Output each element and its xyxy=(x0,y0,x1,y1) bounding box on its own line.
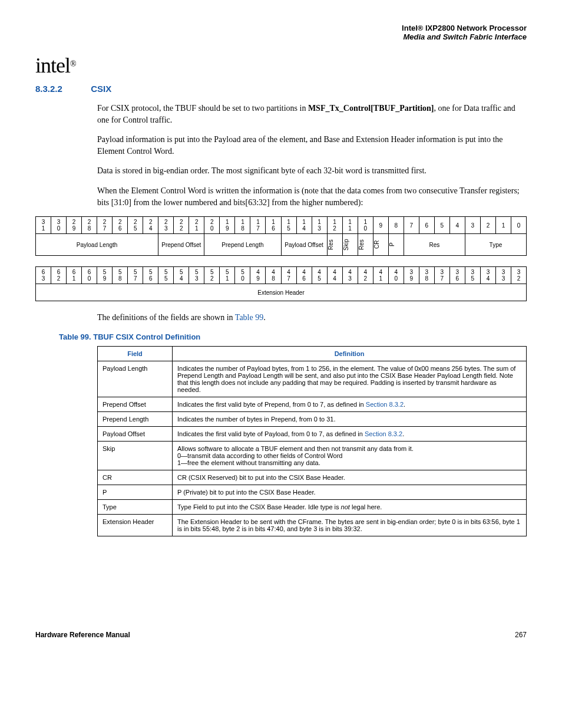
body-text: For CSIX protocol, the TBUF should be se… xyxy=(97,103,527,208)
definition-cell: CR (CSIX Reserved) bit to put into the C… xyxy=(173,470,527,485)
bit-cell: 1 xyxy=(495,217,511,234)
bit-cell: 22 xyxy=(174,217,189,234)
field-cell: CR xyxy=(98,470,173,485)
section-heading: 8.3.2.2 CSIX xyxy=(35,84,527,94)
page-footer: Hardware Reference Manual 267 xyxy=(35,631,527,639)
body-text-2: The definitions of the fields are shown … xyxy=(97,312,527,324)
bit-cell: 26 xyxy=(113,217,128,234)
bit-cell: 45 xyxy=(312,267,327,284)
bit-cell: 39 xyxy=(404,267,419,284)
bit-cell: 4 xyxy=(449,217,465,234)
bit-table-2: 6362616059585756555453525150494847464544… xyxy=(35,266,527,301)
bit-cell: 19 xyxy=(220,217,235,234)
section-link[interactable]: Section 8.3.2 xyxy=(365,430,402,437)
bit-cell: 8 xyxy=(388,217,404,234)
bit-cell: 14 xyxy=(296,217,312,234)
definition-cell: Indicates the number of bytes in Prepend… xyxy=(173,411,527,426)
definition-cell: Indicates the first valid byte of Prepen… xyxy=(173,397,527,411)
footer-left: Hardware Reference Manual xyxy=(35,631,130,639)
table-row: CRCR (CSIX Reserved) bit to put into the… xyxy=(98,470,527,485)
section-number: 8.3.2.2 xyxy=(35,84,88,94)
bit-cell: 41 xyxy=(373,267,388,284)
bit-cell: 36 xyxy=(449,267,465,284)
bit-cell: 27 xyxy=(97,217,113,234)
bit-cell: 43 xyxy=(342,267,358,284)
bit-cell: 58 xyxy=(113,267,128,284)
bit-cell: 17 xyxy=(250,217,266,234)
bit-cell: 61 xyxy=(67,267,82,284)
bit-cell: 6 xyxy=(419,217,434,234)
bit-cell: 29 xyxy=(67,217,82,234)
bit-cell: 3 xyxy=(465,217,480,234)
table-row: Payload LengthIndicates the number of Pa… xyxy=(98,361,527,397)
bit-cell: 62 xyxy=(51,267,67,284)
page-header: Intel® IXP2800 Network Processor Media a… xyxy=(35,24,527,41)
definition-cell: Indicates the first valid byte of Payloa… xyxy=(173,426,527,441)
bit-row-1: 3130292827262524232221201918171615141312… xyxy=(36,217,527,234)
bit-cell: 13 xyxy=(312,217,327,234)
bit-cell: 57 xyxy=(128,267,143,284)
bit-cell: 11 xyxy=(342,217,358,234)
field-row-2: Extension Header xyxy=(36,284,527,301)
bit-cell: 2 xyxy=(480,217,495,234)
bit-cell: 63 xyxy=(36,267,51,284)
table-row: Prepend OffsetIndicates the first valid … xyxy=(98,397,527,411)
field-cell: Type xyxy=(98,499,173,514)
table-row: Payload OffsetIndicates the first valid … xyxy=(98,426,527,441)
bit-cell: 25 xyxy=(128,217,143,234)
bit-cell: 28 xyxy=(82,217,97,234)
table-caption: Table 99. TBUF CSIX Control Definition xyxy=(59,332,527,341)
bit-cell: 9 xyxy=(373,217,388,234)
field-cell: Skip xyxy=(98,441,173,470)
bit-cell: 54 xyxy=(174,267,189,284)
field-cell: Prepend Length xyxy=(98,411,173,426)
bit-cell: 40 xyxy=(388,267,404,284)
table-row: SkipAllows software to allocate a TBUF e… xyxy=(98,441,527,470)
paragraph-3: Data is stored in big-endian order. The … xyxy=(97,165,527,177)
bit-cell: 34 xyxy=(480,267,495,284)
bit-cell: 23 xyxy=(158,217,174,234)
table-link[interactable]: Table 99 xyxy=(235,313,263,322)
bit-table-1: 3130292827262524232221201918171615141312… xyxy=(35,216,527,256)
table-row: PP (Private) bit to put into the CSIX Ba… xyxy=(98,485,527,499)
paragraph-4: When the Element Control Word is written… xyxy=(97,185,527,208)
bit-cell: 0 xyxy=(511,217,526,234)
th-definition: Definition xyxy=(173,346,527,361)
definition-cell: Type Field to put into the CSIX Base Hea… xyxy=(173,499,527,514)
table-row: Extension HeaderThe Extension Header to … xyxy=(98,514,527,536)
bit-cell: 7 xyxy=(404,217,419,234)
paragraph-1: For CSIX protocol, the TBUF should be se… xyxy=(97,103,527,126)
bit-cell: 48 xyxy=(266,267,281,284)
section-title: CSIX xyxy=(91,84,111,94)
definition-cell: P (Private) bit to put into the CSIX Bas… xyxy=(173,485,527,499)
bit-cell: 38 xyxy=(419,267,434,284)
intel-logo: intel® xyxy=(35,53,527,78)
bit-cell: 46 xyxy=(296,267,312,284)
paragraph-5: The definitions of the fields are shown … xyxy=(97,312,527,324)
definition-table: Field Definition Payload LengthIndicates… xyxy=(97,346,527,536)
bit-cell: 20 xyxy=(204,217,220,234)
table-row: Prepend LengthIndicates the number of by… xyxy=(98,411,527,426)
bit-row-2: 6362616059585756555453525150494847464544… xyxy=(36,267,527,284)
bit-cell: 52 xyxy=(204,267,220,284)
paragraph-2: Payload information is put into the Payl… xyxy=(97,134,527,157)
bit-cell: 44 xyxy=(327,267,342,284)
bit-cell: 35 xyxy=(465,267,480,284)
section-link[interactable]: Section 8.3.2 xyxy=(366,401,404,408)
bit-cell: 12 xyxy=(327,217,342,234)
field-cell: Payload Length xyxy=(98,361,173,397)
bit-cell: 42 xyxy=(358,267,373,284)
bit-cell: 21 xyxy=(189,217,204,234)
page-number: 267 xyxy=(515,631,527,639)
header-brand: Intel® IXP2800 Network Processor xyxy=(35,24,527,32)
bit-cell: 18 xyxy=(235,217,250,234)
definition-cell: Allows software to allocate a TBUF eleme… xyxy=(173,441,527,470)
bit-cell: 55 xyxy=(158,267,174,284)
bit-cell: 10 xyxy=(358,217,373,234)
bit-cell: 47 xyxy=(281,267,296,284)
field-row-1: Payload Length Prepend Offset Prepend Le… xyxy=(36,234,527,256)
bit-cell: 24 xyxy=(143,217,158,234)
header-title: Media and Switch Fabric Interface xyxy=(35,32,527,41)
bit-cell: 59 xyxy=(97,267,113,284)
field-cell: Prepend Offset xyxy=(98,397,173,411)
